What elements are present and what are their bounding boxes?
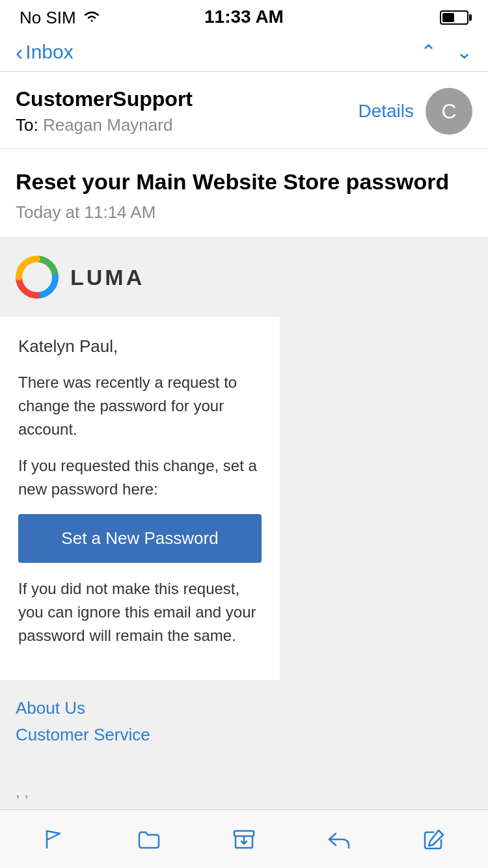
email-greeting: Katelyn Paul, (18, 336, 262, 357)
folder-icon (137, 827, 161, 852)
signature-text: , , (16, 783, 29, 800)
email-header-left: CustomerSupport To: Reagan Maynard (16, 87, 358, 135)
nav-down-button[interactable]: ⌄ (456, 40, 472, 63)
archive-button[interactable] (219, 821, 269, 858)
avatar-initial: C (441, 100, 456, 124)
subject-section: Reset your Main Website Store password T… (0, 149, 488, 237)
to-label: To: (16, 115, 38, 135)
to-line: To: Reagan Maynard (16, 115, 358, 135)
status-bar: No SIM 11:33 AM (0, 0, 488, 33)
email-timestamp: Today at 11:14 AM (16, 202, 472, 223)
flag-button[interactable] (29, 821, 79, 858)
email-subject: Reset your Main Website Store password (16, 167, 472, 196)
status-time: 11:33 AM (204, 7, 284, 27)
customer-service-link[interactable]: Customer Service (16, 725, 472, 745)
luma-header: LUMA (0, 237, 488, 317)
carrier-text: No SIM (20, 8, 76, 28)
archive-icon (232, 827, 256, 852)
recipient-name: Reagan Maynard (43, 115, 172, 135)
status-right (440, 10, 468, 25)
flag-icon (42, 827, 66, 852)
email-paragraph-3: If you did not make this request, you ca… (18, 577, 262, 647)
avatar: C (426, 88, 472, 135)
email-paragraph-1: There was recently a request to change t… (18, 371, 262, 441)
battery-icon (440, 10, 468, 25)
back-label: Inbox (25, 41, 73, 63)
email-paragraph-2: If you requested this change, set a new … (18, 454, 262, 501)
email-signature: , , (0, 770, 488, 814)
reply-button[interactable] (314, 821, 364, 858)
email-header-right: Details C (358, 88, 472, 135)
details-link[interactable]: Details (358, 101, 414, 122)
bottom-toolbar (0, 809, 488, 868)
status-left: No SIM (20, 8, 101, 28)
luma-brand-name: LUMA (70, 265, 144, 290)
wifi-icon (83, 8, 101, 28)
sender-name: CustomerSupport (16, 87, 358, 111)
folder-button[interactable] (124, 821, 174, 858)
reply-icon (327, 827, 351, 852)
compose-button[interactable] (409, 821, 459, 858)
email-footer: About Us Customer Service (0, 680, 488, 770)
nav-bar: ‹ Inbox ⌃ ⌄ (0, 33, 488, 72)
luma-logo-icon (16, 256, 59, 299)
set-password-button[interactable]: Set a New Password (18, 514, 262, 563)
back-button[interactable]: ‹ Inbox (16, 41, 74, 63)
about-us-link[interactable]: About Us (16, 698, 472, 718)
nav-arrows: ⌃ ⌄ (420, 40, 472, 63)
email-content-card: Katelyn Paul, There was recently a reque… (0, 317, 280, 680)
email-header: CustomerSupport To: Reagan Maynard Detai… (0, 72, 488, 149)
compose-icon (422, 827, 446, 852)
nav-up-button[interactable]: ⌃ (420, 40, 437, 63)
email-body: LUMA Katelyn Paul, There was recently a … (0, 237, 488, 814)
back-chevron-icon: ‹ (16, 41, 23, 63)
